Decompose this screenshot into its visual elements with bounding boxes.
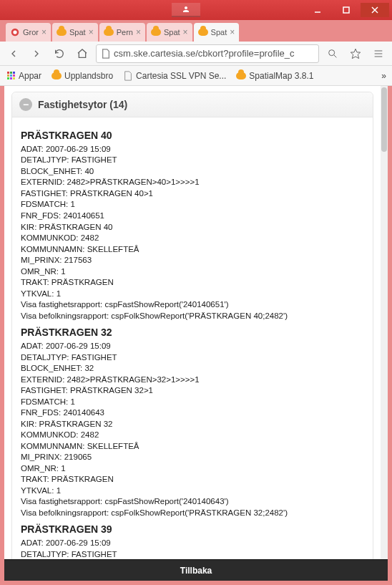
svg-point-5 xyxy=(13,30,16,34)
home-button[interactable] xyxy=(73,44,92,63)
tab-strip: Gror × Spat × Pern × Spat × Spat × xyxy=(0,20,392,42)
record-row: Visa fastighetsrapport: cspFastShowRepor… xyxy=(21,299,364,311)
record-row: EXTERNID: 2482>PRÄSTKRAGEN>40>1>>>>1 xyxy=(21,177,364,188)
tab-close-icon[interactable]: × xyxy=(89,27,94,37)
record-row: YTKVAL: 1 xyxy=(21,289,364,300)
bookmark-apps[interactable]: Appar xyxy=(6,71,41,81)
record-row: EXTERNID: 2482>PRÄSTKRAGEN>32>1>>>>1 xyxy=(21,374,364,386)
record-row: ADAT: 2007-06-29 15:09 xyxy=(21,341,364,352)
tab-close-icon[interactable]: × xyxy=(230,27,235,37)
svg-line-7 xyxy=(334,55,336,57)
chrome-user-button[interactable] xyxy=(172,3,200,17)
tab-label: Spat xyxy=(69,28,86,37)
panel-body: PRÄSTKRAGEN 40ADAT: 2007-06-29 15:09DETA… xyxy=(12,117,373,581)
record-row: OMR_NR: 1 xyxy=(21,463,364,475)
bookmark-item[interactable]: Cartesia SSL VPN Se... xyxy=(123,71,226,81)
bookmarks-bar: Appar Upplandsbro Cartesia SSL VPN Se...… xyxy=(0,66,392,86)
bookmark-item[interactable]: SpatialMap 3.8.1 xyxy=(236,71,313,81)
menu-button[interactable] xyxy=(369,44,388,63)
tab-close-icon[interactable]: × xyxy=(183,27,188,37)
browser-tab[interactable]: Spat × xyxy=(52,23,98,42)
record-row: Visa befolkningsrapport: cspFolkShowRepo… xyxy=(21,311,364,322)
record: PRÄSTKRAGEN 40ADAT: 2007-06-29 15:09DETA… xyxy=(21,129,364,321)
tab-close-icon[interactable]: × xyxy=(41,27,46,37)
bookmark-item[interactable]: Upplandsbro xyxy=(52,71,113,81)
url-text: csm.ske.cartesia.se/cbkort?profile=profi… xyxy=(114,48,295,59)
record-row: DETALJTYP: FASTIGHET xyxy=(21,352,364,364)
record-row: BLOCK_ENHET: 32 xyxy=(21,363,364,374)
window-titlebar xyxy=(0,0,392,20)
bookmark-label: Cartesia SSL VPN Se... xyxy=(136,71,226,81)
record-row: OMR_NR: 1 xyxy=(21,266,364,278)
record-row: FNR_FDS: 240140643 xyxy=(21,407,364,419)
record-row: KOMMUNKOD: 2482 xyxy=(21,233,364,244)
scrollbar[interactable] xyxy=(381,86,388,581)
tab-label: Gror xyxy=(23,28,39,37)
bookmark-label: SpatialMap 3.8.1 xyxy=(249,71,313,81)
browser-tab-active[interactable]: Spat × xyxy=(194,23,240,42)
record-row: FNR_FDS: 240140651 xyxy=(21,211,364,222)
tab-label: Spat xyxy=(164,28,180,37)
browser-toolbar: csm.ske.cartesia.se/cbkort?profile=profi… xyxy=(0,42,392,66)
address-bar[interactable]: csm.ske.cartesia.se/cbkort?profile=profi… xyxy=(96,44,319,63)
tab-label: Pern xyxy=(117,28,133,37)
record-row: TRAKT: PRÄSTKRAGEN xyxy=(21,277,364,289)
close-button[interactable] xyxy=(361,3,389,17)
browser-tab[interactable]: Gror × xyxy=(6,23,51,42)
page-icon xyxy=(101,49,111,59)
record-row: KIR: PRÄSTKRAGEN 40 xyxy=(21,222,364,233)
zoom-button[interactable] xyxy=(323,44,342,63)
forward-button[interactable] xyxy=(27,44,46,63)
page-icon xyxy=(123,71,133,81)
scrollbar-thumb[interactable] xyxy=(381,87,387,152)
favicon-icon xyxy=(104,27,114,37)
favicon-icon xyxy=(57,27,67,37)
bookmarks-overflow[interactable]: » xyxy=(381,71,386,81)
back-button[interactable] xyxy=(4,44,23,63)
favicon-icon xyxy=(151,27,161,37)
record-row: MI_PRINX: 217563 xyxy=(21,255,364,266)
back-label: Tillbaka xyxy=(180,566,212,576)
record-row: YTKVAL: 1 xyxy=(21,485,364,497)
cloud-icon xyxy=(52,71,62,81)
browser-tab[interactable]: Pern × xyxy=(99,23,145,42)
browser-tab[interactable]: Spat × xyxy=(147,23,192,42)
bookmark-label: Appar xyxy=(19,71,41,81)
record-row: FDSMATCH: 1 xyxy=(21,397,364,408)
tab-close-icon[interactable]: × xyxy=(136,27,141,37)
record-row: Visa fastighetsrapport: cspFastShowRepor… xyxy=(21,496,364,508)
chevron-right-icon: » xyxy=(381,71,386,81)
record-row: FASTIGHET: PRÄSTKRAGEN 40>1 xyxy=(21,188,364,200)
record-title: PRÄSTKRAGEN 40 xyxy=(21,129,364,142)
record-title: PRÄSTKRAGEN 32 xyxy=(21,326,364,339)
panel-title: Fastighetsytor (14) xyxy=(38,99,127,110)
apps-icon xyxy=(6,71,16,81)
svg-marker-8 xyxy=(351,49,360,58)
favicon-icon xyxy=(198,27,208,37)
svg-rect-1 xyxy=(343,7,349,13)
record-row: ADAT: 2007-06-29 15:09 xyxy=(21,144,364,155)
back-footer-button[interactable]: Tillbaka xyxy=(4,559,388,581)
record-row: KOMMUNNAMN: SKELLEFTEÅ xyxy=(21,441,364,453)
record-row: KOMMUNNAMN: SKELLEFTEÅ xyxy=(21,244,364,256)
record-title: PRÄSTKRAGEN 39 xyxy=(21,523,364,536)
page-viewport: − Fastighetsytor (14) PRÄSTKRAGEN 40ADAT… xyxy=(4,86,388,581)
record-row: BLOCK_ENHET: 40 xyxy=(21,166,364,178)
record-row: FASTIGHET: PRÄSTKRAGEN 32>1 xyxy=(21,385,364,397)
record: PRÄSTKRAGEN 32ADAT: 2007-06-29 15:09DETA… xyxy=(21,326,364,518)
tab-label: Spat xyxy=(211,28,227,37)
results-panel: − Fastighetsytor (14) PRÄSTKRAGEN 40ADAT… xyxy=(11,92,373,581)
record-row: Visa befolkningsrapport: cspFolkShowRepo… xyxy=(21,508,364,519)
record-row: DETALJTYP: FASTIGHET xyxy=(21,155,364,166)
cloud-icon xyxy=(236,71,246,81)
panel-header[interactable]: − Fastighetsytor (14) xyxy=(12,92,373,117)
record-row: KIR: PRÄSTKRAGEN 32 xyxy=(21,419,364,430)
maximize-button[interactable] xyxy=(332,3,361,17)
record-row: FDSMATCH: 1 xyxy=(21,199,364,211)
minimize-button[interactable] xyxy=(303,3,332,17)
collapse-icon[interactable]: − xyxy=(19,98,32,111)
record-row: DETALJTYP: FASTIGHET xyxy=(21,549,364,561)
record-row: MI_PRINX: 219065 xyxy=(21,452,364,463)
bookmark-star-button[interactable] xyxy=(346,44,365,63)
reload-button[interactable] xyxy=(50,44,69,63)
